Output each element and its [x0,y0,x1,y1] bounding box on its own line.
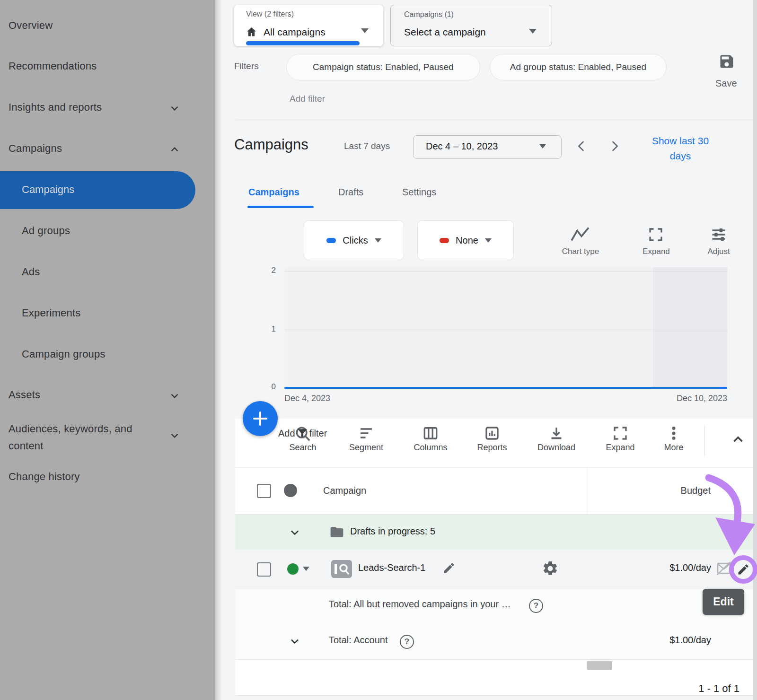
edit-budget-pencil-icon[interactable] [737,563,750,576]
adjust-label[interactable]: Adjust [707,247,730,256]
campaign-settings-gear-icon[interactable] [542,560,559,577]
annotation-highlight-ring [729,555,757,584]
active-tab-indicator [247,206,314,208]
status-enabled-dot[interactable] [287,563,299,575]
save-label[interactable]: Save [715,78,737,89]
help-icon[interactable]: ? [400,635,414,649]
pagination-status: 1 - 1 of 1 [664,682,739,695]
metric-selector-secondary[interactable]: None [417,220,514,260]
tab-settings[interactable]: Settings [402,187,436,198]
expand-chart-label[interactable]: Expand [643,247,670,256]
more-options-icon[interactable] [665,425,682,442]
tab-drafts[interactable]: Drafts [338,187,363,198]
date-range-value: Dec 4 – 10, 2023 [426,141,498,152]
toolbar-segment-label[interactable]: Segment [349,443,383,453]
view-selector-label: View (2 filters) [246,10,294,18]
edit-name-pencil-icon[interactable] [442,561,456,575]
toolbar-download-label[interactable]: Download [537,443,575,453]
reports-icon[interactable] [484,425,501,442]
show-last-30-days-link[interactable]: Show last 30 days [643,133,718,164]
filter-funnel-icon [296,427,308,439]
campaign-selector-label: Campaigns (1) [404,10,454,19]
sidebar-item-campaign-groups[interactable]: Campaign groups [22,348,106,360]
view-active-indicator [246,41,360,45]
total-filtered-label: Total: All but removed campaigns in your… [329,599,511,610]
select-all-checkbox[interactable] [257,484,271,498]
sidebar-item-insights-reports[interactable]: Insights and reports [9,101,102,114]
segment-icon[interactable] [358,425,375,442]
tab-campaigns[interactable]: Campaigns [248,187,299,198]
date-range-picker[interactable]: Dec 4 – 10, 2023 [413,135,562,159]
campaign-budget-value[interactable]: $1.00/day [623,562,711,573]
y-tick-1: 1 [262,324,276,334]
filter-chip-campaign-status[interactable]: Campaign status: Enabled, Paused [286,54,480,80]
campaign-row[interactable]: Leads-Search-1 $1.00/day [235,550,753,588]
collapse-table-icon[interactable] [730,431,746,447]
drafts-group-label[interactable]: Drafts in progress: 5 [350,526,435,537]
sidebar-item-experiments[interactable]: Experiments [22,307,80,319]
toolbar-expand-label[interactable]: Expand [606,443,634,453]
home-icon [245,26,258,38]
status-filter-dot[interactable] [284,484,297,497]
sidebar-item-change-history[interactable]: Change history [9,471,80,483]
chevron-down-icon[interactable] [288,635,301,648]
add-filter-link[interactable]: Add filter [290,94,325,104]
chevron-down-icon[interactable] [168,429,181,442]
x-axis-end-label: Dec 10, 2023 [661,394,727,403]
sidebar-item-campaigns-section[interactable]: Campaigns [9,142,62,155]
folder-icon [329,525,345,540]
sidebar-edge-shadow [215,0,222,700]
create-campaign-fab[interactable] [243,401,278,436]
chevron-down-icon[interactable] [168,390,181,402]
prev-period-icon[interactable] [573,138,590,154]
caret-down-icon[interactable] [303,567,309,571]
help-icon[interactable]: ? [529,599,543,613]
sidebar-item-assets[interactable]: Assets [9,389,40,401]
view-selector[interactable]: View (2 filters) All campaigns [234,5,383,46]
chart-type-label[interactable]: Chart type [562,247,599,256]
columns-icon[interactable] [422,425,439,442]
chevron-down-icon[interactable] [288,526,301,539]
expand-chart-icon[interactable] [647,226,664,243]
sidebar-item-label: Campaigns [22,184,74,196]
toolbar-columns-label[interactable]: Columns [414,443,447,453]
drafts-group-row[interactable]: Drafts in progress: 5 [235,515,753,550]
sidebar-item-ads[interactable]: Ads [22,266,40,278]
horizontal-scrollbar-thumb[interactable] [587,661,612,670]
chevron-up-icon[interactable] [168,143,181,156]
filter-chip-ad-group-status[interactable]: Ad group status: Enabled, Paused [490,54,667,80]
column-header-budget[interactable]: Budget [634,485,711,496]
toolbar-reports-label[interactable]: Reports [477,443,507,453]
campaign-selector[interactable]: Campaigns (1) Select a campaign [390,5,552,46]
sidebar-item-audiences-keywords-content[interactable]: Audiences, keywords, and content [9,420,165,455]
vertical-scrollbar[interactable] [753,0,757,700]
next-period-icon[interactable] [607,138,623,154]
toolbar-more-label[interactable]: More [664,443,683,453]
toolbar-search-label[interactable]: Search [289,443,316,453]
metric-color-dot [326,238,336,243]
chart-type-icon[interactable] [570,226,590,242]
sidebar-item-recommendations[interactable]: Recommendations [9,60,97,72]
metric-secondary-label: None [456,235,478,246]
metric-selector-primary[interactable]: Clicks [304,220,404,260]
expand-table-icon[interactable] [612,425,629,442]
sidebar-item-ad-groups[interactable]: Ad groups [22,225,70,237]
adjust-icon[interactable] [710,226,728,243]
campaign-selector-value: Select a campaign [404,26,486,38]
section-divider [235,120,753,120]
edit-tooltip: Edit [703,589,744,615]
column-header-campaign[interactable]: Campaign [323,485,366,496]
x-axis-start-label: Dec 4, 2023 [284,394,330,403]
caret-down-icon [529,29,537,34]
sidebar-item-campaigns-selected[interactable]: Campaigns [0,171,195,209]
table-border [235,588,753,588]
table-border [235,695,753,696]
campaign-name-link[interactable]: Leads-Search-1 [358,562,425,573]
chevron-down-icon[interactable] [168,102,181,114]
download-icon[interactable] [548,425,565,442]
save-icon[interactable] [718,53,735,70]
add-filter-overlay[interactable]: Add filter [278,427,327,439]
row-checkbox[interactable] [257,562,271,577]
sidebar-item-overview[interactable]: Overview [9,19,53,32]
sidebar-nav: Overview Recommendations Insights and re… [0,0,215,700]
